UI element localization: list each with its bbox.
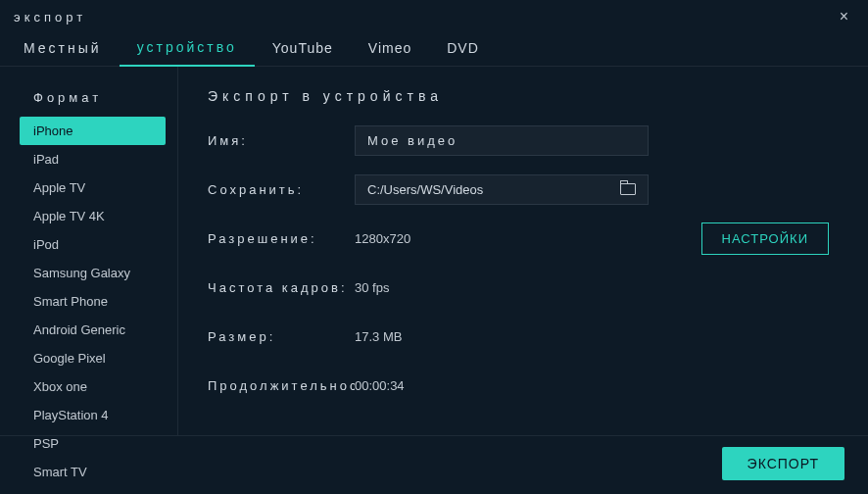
folder-icon[interactable]	[620, 183, 636, 195]
sidebar-item-iphone[interactable]: iPhone	[20, 117, 166, 145]
sidebar-item-ipod[interactable]: iPod	[20, 230, 166, 259]
settings-button[interactable]: НАСТРОЙКИ	[701, 222, 829, 255]
sidebar-item-appletv4k[interactable]: Apple TV 4K	[20, 202, 166, 230]
label-duration: Продолжительность:	[208, 378, 355, 393]
export-button[interactable]: ЭКСПОРТ	[722, 447, 844, 480]
row-name: Имя:	[208, 125, 839, 155]
sidebar: Формат iPhone iPad Apple TV Apple TV 4K …	[0, 67, 178, 435]
tab-device[interactable]: устройство	[120, 31, 255, 67]
value-resolution: 1280x720	[355, 231, 410, 246]
row-duration: Продолжительность: 00:00:34	[208, 370, 839, 400]
titlebar: экспорт ×	[0, 0, 868, 31]
tabs-bar: Местный устройство YouTube Vimeo DVD	[0, 31, 868, 67]
tab-youtube[interactable]: YouTube	[255, 32, 351, 66]
tab-vimeo[interactable]: Vimeo	[351, 32, 429, 66]
row-resolution: Разрешение: 1280x720 НАСТРОЙКИ	[208, 223, 839, 253]
label-size: Размер:	[208, 329, 355, 344]
name-input[interactable]	[355, 125, 649, 156]
window-title: экспорт	[14, 10, 86, 25]
label-framerate: Частота кадров:	[208, 280, 355, 295]
row-size: Размер: 17.3 MB	[208, 321, 839, 351]
close-icon[interactable]: ×	[834, 6, 854, 27]
sidebar-item-samsung[interactable]: Samsung Galaxy	[20, 259, 166, 287]
main-panel: Экспорт в устройства Имя: Сохранить: C:/…	[178, 67, 868, 435]
label-save-to: Сохранить:	[208, 182, 355, 197]
sidebar-item-psp[interactable]: PSP	[20, 429, 166, 458]
sidebar-item-pixel[interactable]: Google Pixel	[20, 344, 166, 372]
main-heading: Экспорт в устройства	[208, 88, 839, 104]
sidebar-item-appletv[interactable]: Apple TV	[20, 173, 166, 202]
sidebar-heading: Формат	[0, 84, 177, 117]
sidebar-item-ipad[interactable]: iPad	[20, 145, 166, 173]
label-name: Имя:	[208, 133, 355, 148]
label-resolution: Разрешение:	[208, 231, 355, 246]
sidebar-item-android[interactable]: Android Generic	[20, 316, 166, 344]
save-path-value: C:/Users/WS/Videos	[367, 182, 483, 197]
body: Формат iPhone iPad Apple TV Apple TV 4K …	[0, 67, 868, 435]
value-framerate: 30 fps	[355, 280, 389, 295]
save-path-field[interactable]: C:/Users/WS/Videos	[355, 174, 649, 205]
row-save-to: Сохранить: C:/Users/WS/Videos	[208, 174, 839, 204]
value-size: 17.3 MB	[355, 329, 402, 344]
row-framerate: Частота кадров: 30 fps	[208, 272, 839, 302]
tab-dvd[interactable]: DVD	[429, 32, 497, 66]
tab-local[interactable]: Местный	[6, 32, 120, 66]
sidebar-item-ps4[interactable]: PlayStation 4	[20, 401, 166, 429]
sidebar-item-smarttv[interactable]: Smart TV	[20, 458, 166, 486]
value-duration: 00:00:34	[355, 378, 405, 393]
sidebar-item-smartphone[interactable]: Smart Phone	[20, 287, 166, 316]
sidebar-item-xbox[interactable]: Xbox one	[20, 372, 166, 401]
